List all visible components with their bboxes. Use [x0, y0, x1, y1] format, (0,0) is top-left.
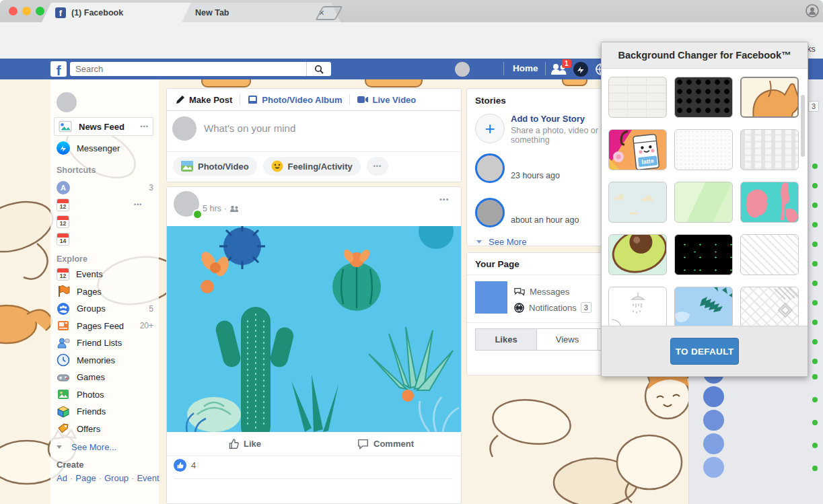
shortcut-item-a[interactable]: A 3	[57, 179, 153, 196]
bg-thumb-starfield[interactable]	[674, 234, 733, 275]
bg-thumb-blue-ferns[interactable]	[674, 287, 733, 328]
shortcut-item-event-1[interactable]: 12 •••	[57, 196, 153, 214]
pages-feed-label: Pages Feed	[77, 321, 124, 331]
feeling-activity-button[interactable]: Feeling/Activity	[263, 157, 361, 176]
stories-see-more[interactable]: See More	[476, 237, 607, 246]
search-input[interactable]	[70, 64, 306, 74]
add-story-item[interactable]: + Add to Your Story Share a photo, video…	[475, 114, 607, 145]
header-profile-avatar[interactable]	[455, 62, 470, 77]
bg-thumb-white-brick[interactable]	[608, 77, 667, 118]
post-image-cactus[interactable]	[167, 226, 461, 432]
bg-thumb-latte-cartoon[interactable]: latte	[608, 129, 667, 170]
tab-live-video[interactable]: Live Video	[372, 95, 416, 105]
tab-title: New Tab	[195, 8, 229, 17]
notifications-badge: 3	[581, 302, 592, 313]
home-link[interactable]: Home	[513, 63, 538, 73]
like-button[interactable]: Like	[227, 438, 261, 449]
bg-thumb-black-dots[interactable]	[674, 77, 733, 118]
page-avatar[interactable]	[475, 281, 507, 314]
bg-thumb-gray-plaid[interactable]	[740, 129, 799, 170]
messenger-nav-icon[interactable]	[573, 62, 588, 77]
news-feed-options-icon[interactable]: •••	[141, 123, 149, 130]
friends-label: Friends	[77, 406, 106, 417]
page-messages-row[interactable]: Messages	[514, 287, 569, 297]
sidebar-item-messenger[interactable]: Messenger	[57, 140, 153, 156]
create-group-link[interactable]: Group	[104, 473, 129, 483]
tab-likes[interactable]: Likes	[476, 329, 537, 350]
chevron-down-icon	[476, 240, 482, 244]
popup-scrollbar[interactable]	[801, 95, 805, 157]
tab-photo-video-album[interactable]: Photo/Video Album	[262, 95, 342, 105]
bg-thumb-cat-pattern-selected[interactable]	[740, 77, 799, 118]
bg-thumb-shower-doodle[interactable]	[608, 287, 667, 328]
story-item[interactable]: about an hour ago	[475, 198, 607, 227]
post-composer: Make Post Photo/Video Album Live Video W…	[166, 88, 462, 182]
facebook-logo-letter: f	[57, 65, 61, 77]
chat-contact-avatar[interactable]	[703, 386, 724, 407]
create-links: Ad · Page · Group · Event	[57, 473, 153, 483]
facebook-logo[interactable]: f	[50, 61, 67, 77]
post-options-icon[interactable]: •••	[439, 195, 450, 203]
minimize-window-button[interactable]	[22, 7, 31, 15]
sidebar-item-groups[interactable]: Groups 5	[57, 300, 153, 318]
stories-panel: Stories + Add to Your Story Share a phot…	[466, 88, 608, 246]
sidebar-item-friends[interactable]: Friends	[57, 403, 153, 421]
composer-actions: Photo/Video Feeling/Activity •••	[173, 157, 388, 176]
browser-profile-icon[interactable]	[806, 4, 819, 17]
close-window-button[interactable]	[9, 7, 17, 15]
panel-divider	[467, 322, 607, 323]
shortcut-item-event-3[interactable]: 14	[57, 231, 153, 248]
sidebar-item-offers[interactable]: Offers	[57, 421, 153, 438]
page-notifications-row[interactable]: Notifications 3	[514, 302, 592, 313]
bg-thumb-diagonal-stripes[interactable]	[740, 234, 799, 275]
photo-video-button[interactable]: Photo/Video	[173, 157, 257, 176]
chat-contact-avatar[interactable]	[703, 457, 724, 478]
item-count: 20+	[140, 321, 153, 330]
chat-contact-avatar[interactable]	[703, 433, 724, 454]
bg-thumb-aztec-pattern[interactable]	[740, 287, 799, 328]
zoom-window-button[interactable]	[36, 7, 44, 15]
online-dot	[812, 443, 818, 448]
sidebar-item-news-feed[interactable]: News Feed •••	[54, 117, 153, 136]
calendar-icon: 14	[57, 233, 69, 246]
tab-make-post[interactable]: Make Post	[189, 95, 232, 105]
shortcut-item-event-2[interactable]: 12	[57, 213, 153, 231]
bg-thumb-avocado[interactable]	[608, 234, 667, 275]
post-time[interactable]: 5 hrs	[203, 204, 221, 213]
bg-thumb-flamingo[interactable]	[740, 182, 799, 223]
add-story-circle[interactable]: +	[475, 114, 505, 143]
pages-feed-icon	[57, 319, 70, 332]
create-page-link[interactable]: Page	[75, 473, 96, 483]
sidebar-item-photos[interactable]: Photos	[57, 386, 153, 404]
messenger-label: Messenger	[77, 143, 120, 153]
sidebar-item-pages-feed[interactable]: Pages Feed 20+	[57, 318, 153, 335]
like-count-row[interactable]: 4	[174, 459, 196, 472]
sidebar-item-pages[interactable]: Pages	[57, 283, 153, 301]
see-more-explore[interactable]: See More...	[57, 441, 153, 453]
shortcut-options-icon[interactable]: •••	[134, 201, 142, 208]
profile-avatar[interactable]	[57, 92, 77, 112]
story-item[interactable]: 23 hours ago	[475, 153, 607, 183]
sidebar-item-events[interactable]: 12 Events	[57, 266, 153, 283]
comment-button[interactable]: Comment	[357, 439, 414, 449]
sidebar-item-games[interactable]: Games	[57, 369, 153, 386]
search-button[interactable]	[306, 62, 331, 76]
bg-thumb-white-texture[interactable]	[674, 129, 733, 170]
more-options-button[interactable]: •••	[367, 157, 388, 176]
online-dot	[812, 203, 818, 208]
sidebar-item-friend-lists[interactable]: Friend Lists	[57, 334, 153, 352]
to-default-button[interactable]: TO DEFAULT	[670, 338, 739, 365]
create-ad-link[interactable]: Ad	[57, 473, 67, 483]
calendar-icon: 12	[57, 215, 69, 228]
bg-thumb-green-gradient[interactable]	[674, 182, 733, 223]
bg-thumb-clouds[interactable]	[608, 182, 667, 223]
create-event-link[interactable]: Event	[137, 473, 159, 483]
composer-input[interactable]: What's on your mind	[204, 122, 295, 134]
online-dot	[812, 339, 818, 345]
sidebar-item-memories[interactable]: Memories	[57, 352, 153, 369]
pencil-icon	[176, 95, 185, 104]
online-status-dot	[192, 209, 203, 219]
online-dot	[812, 242, 818, 247]
tab-views[interactable]: Views	[537, 329, 598, 350]
chat-contact-avatar[interactable]	[703, 410, 724, 431]
